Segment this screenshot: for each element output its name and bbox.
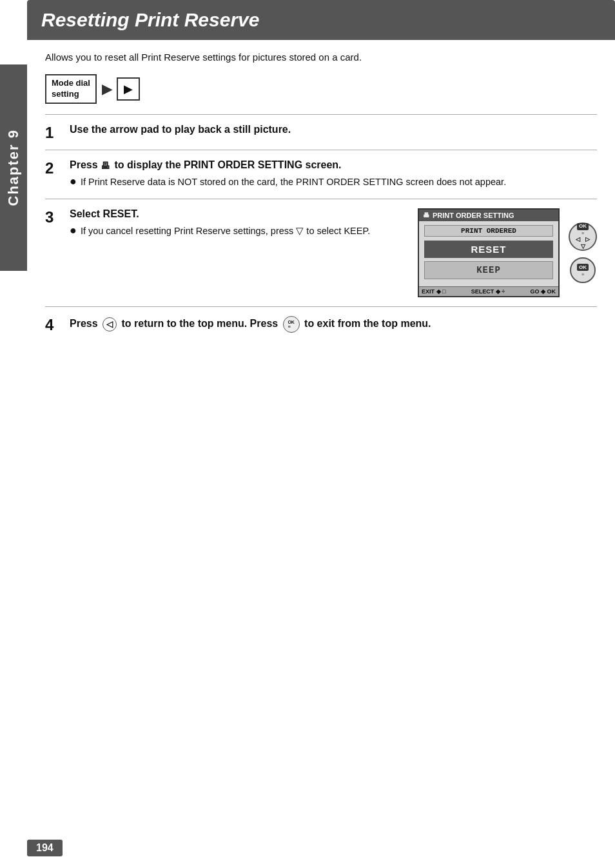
page-title: Resetting Print Reserve xyxy=(41,9,601,31)
chapter-label: Chapter 9 xyxy=(5,129,22,206)
page-number: 194 xyxy=(27,840,63,856)
camera-screen-area: 🖶 PRINT ORDER SETTING PRINT ORDERED RESE… xyxy=(418,208,597,297)
menu-label: ≡ xyxy=(581,231,584,236)
ok-bottom-label: OK xyxy=(577,264,589,271)
step-2-section: 2 Press 🖶 to display the PRINT ORDER SET… xyxy=(45,150,597,199)
screen-btn-keep: KEEP xyxy=(424,261,553,279)
screen-footer: EXIT ◆ □ SELECT ◆ ÷ GO ◆ OK xyxy=(419,286,558,296)
step-1-content: Use the arrow pad to play back a still p… xyxy=(70,124,597,139)
step-3-text: Select RESET. ● If you cancel resetting … xyxy=(70,208,406,239)
step-2-bullet-text: If Print Reserve data is NOT stored on t… xyxy=(81,175,506,190)
step-4-title: Press ◁ to return to the top menu. Press… xyxy=(70,316,597,333)
main-content: Allows you to reset all Print Reserve se… xyxy=(27,40,615,364)
arrow-left-ctrl: ◁ xyxy=(576,237,580,243)
step-1-title: Use the arrow pad to play back a still p… xyxy=(70,124,597,135)
step-2-title: Press 🖶 to display the PRINT ORDER SETTI… xyxy=(70,159,597,171)
step-3-title: Select RESET. xyxy=(70,208,406,220)
step-3-number: 3 xyxy=(45,210,63,225)
step-3-inner: Select RESET. ● If you cancel resetting … xyxy=(70,208,597,297)
screen-footer-exit: EXIT ◆ □ xyxy=(422,288,445,295)
mode-dial-label-line2: setting xyxy=(52,89,79,99)
step-3-section: 3 Select RESET. ● If you cancel resettin… xyxy=(45,199,597,306)
title-bar: Resetting Print Reserve xyxy=(27,0,615,40)
arrow-right-ctrl: ▷ xyxy=(585,237,590,243)
mode-dial-box: Mode dial setting xyxy=(45,74,97,104)
step-3-body: ● If you cancel resetting Print Reserve … xyxy=(70,224,406,239)
screen-title-bar: 🖶 PRINT ORDER SETTING xyxy=(419,210,558,221)
step-2-body: ● If Print Reserve data is NOT stored on… xyxy=(70,175,597,190)
menu-bottom-label: ≡ xyxy=(581,272,584,277)
mode-dial-label-line1: Mode dial xyxy=(52,78,90,88)
screen-footer-select: SELECT ◆ ÷ xyxy=(471,288,505,295)
ctrl-ok-button[interactable]: OK ≡ ◁ ▷ ▽ xyxy=(569,222,597,251)
play-icon-box: ▶ xyxy=(117,77,140,101)
arrow-down-ctrl: ▽ xyxy=(581,244,585,250)
ctrl-ok-bottom-button[interactable]: OK ≡ xyxy=(570,257,596,283)
step-3-content: Select RESET. ● If you cancel resetting … xyxy=(70,208,597,297)
step-4-content: Press ◁ to return to the top menu. Press… xyxy=(70,316,597,337)
play-icon: ▶ xyxy=(124,82,133,96)
step-1-section: 1 Use the arrow pad to play back a still… xyxy=(45,114,597,150)
step-3-bullet-text: If you cancel resetting Print Reserve se… xyxy=(81,224,370,239)
ok-circle-icon: OK≡ xyxy=(283,316,300,333)
ok-label: OK xyxy=(577,223,589,230)
screen-title-text: PRINT ORDER SETTING xyxy=(433,212,514,219)
mode-dial-row: Mode dial setting ▶ ▶ xyxy=(45,74,597,104)
step-1-number: 1 xyxy=(45,125,63,141)
bullet-dot: ● xyxy=(70,175,77,189)
step-4-number: 4 xyxy=(45,317,63,333)
chapter-tab: Chapter 9 xyxy=(0,64,27,271)
bullet-dot-3: ● xyxy=(70,224,77,238)
screen-footer-go: GO ◆ OK xyxy=(530,288,556,295)
screen-body: PRINT ORDERED RESET KEEP xyxy=(419,221,558,286)
step-2-bullet: ● If Print Reserve data is NOT stored on… xyxy=(70,175,597,190)
step-2-number: 2 xyxy=(45,161,63,176)
arrow-right-icon: ▶ xyxy=(102,81,112,97)
intro-text: Allows you to reset all Print Reserve se… xyxy=(45,52,597,63)
step-3-bullet: ● If you cancel resetting Print Reserve … xyxy=(70,224,406,239)
screen-btn-reset: RESET xyxy=(424,241,553,258)
step-2-content: Press 🖶 to display the PRINT ORDER SETTI… xyxy=(70,159,597,190)
left-arrow-icon: ◁ xyxy=(102,317,117,331)
step-4-section: 4 Press ◁ to return to the top menu. Pre… xyxy=(45,306,597,346)
screen-mockup: 🖶 PRINT ORDER SETTING PRINT ORDERED RESE… xyxy=(418,208,560,297)
camera-controls: OK ≡ ◁ ▷ ▽ OK ≡ xyxy=(569,222,597,283)
screen-title-icon: 🖶 xyxy=(423,212,429,219)
screen-sub-bar: PRINT ORDERED xyxy=(424,225,553,237)
print-icon: 🖶 xyxy=(101,161,110,171)
